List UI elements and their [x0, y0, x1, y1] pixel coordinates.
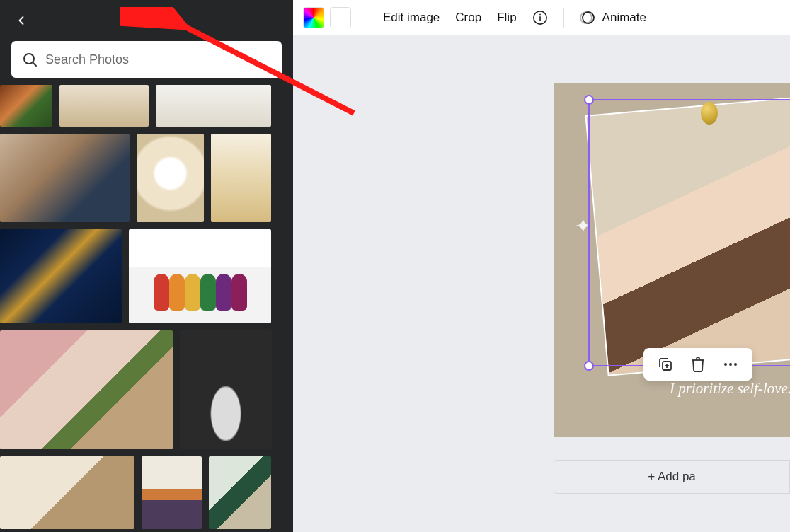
photo-thumb[interactable]	[209, 456, 271, 529]
context-toolbar	[643, 348, 752, 381]
canvas-area[interactable]: ✦ ✦ I prioritize self-love. + Add pa	[293, 35, 790, 532]
image-toolbar: Edit image Crop Flip Animate	[293, 0, 790, 35]
delete-button[interactable]	[689, 355, 707, 374]
search-input[interactable]	[45, 52, 272, 67]
edit-image-button[interactable]: Edit image	[383, 11, 440, 25]
animate-button[interactable]: Animate	[580, 9, 646, 26]
photo-thumb[interactable]	[137, 134, 204, 222]
photo-thumb[interactable]	[0, 134, 130, 222]
svg-point-4	[539, 13, 541, 15]
photos-sidebar: Photos	[0, 0, 293, 532]
duplicate-button[interactable]	[656, 355, 675, 374]
more-icon	[722, 356, 739, 373]
photo-thumb[interactable]	[180, 330, 272, 449]
search-icon	[21, 51, 38, 68]
selection-handle-tl[interactable]	[584, 95, 594, 105]
info-button[interactable]	[532, 10, 548, 25]
color-swatches	[303, 7, 351, 28]
animate-label: Animate	[602, 11, 646, 25]
selection-handle-bl[interactable]	[584, 361, 594, 371]
caption-text[interactable]: I prioritize self-love.	[554, 380, 790, 398]
sidebar-header: Photos	[0, 0, 293, 41]
info-icon	[532, 10, 548, 25]
design-page[interactable]: ✦ ✦ I prioritize self-love.	[554, 83, 790, 437]
panel-title: Photos	[10, 13, 283, 29]
svg-point-11	[729, 363, 732, 366]
flip-button[interactable]: Flip	[497, 11, 516, 25]
selection-box[interactable]	[588, 99, 790, 366]
trash-icon	[689, 356, 706, 373]
svg-line-1	[33, 63, 37, 66]
add-page-button[interactable]: + Add pa	[554, 460, 790, 494]
photo-thumb[interactable]	[129, 229, 271, 323]
animate-icon	[580, 9, 597, 26]
svg-point-10	[724, 363, 727, 366]
duplicate-icon	[657, 356, 674, 373]
photo-thumb[interactable]	[156, 85, 271, 127]
people-illustration	[154, 274, 247, 311]
crop-button[interactable]: Crop	[455, 11, 481, 25]
photo-thumb[interactable]	[0, 330, 173, 449]
photo-thumb[interactable]	[0, 85, 52, 127]
photo-thumb[interactable]	[59, 85, 149, 127]
color-picker-button[interactable]	[303, 7, 324, 28]
photo-thumb[interactable]	[0, 229, 122, 323]
search-container[interactable]	[11, 41, 282, 78]
more-button[interactable]	[721, 355, 740, 374]
photo-thumb[interactable]	[0, 456, 134, 529]
toolbar-divider	[367, 8, 367, 28]
photo-thumb[interactable]	[142, 456, 202, 529]
svg-point-12	[734, 363, 737, 366]
foreground-color-swatch[interactable]	[330, 7, 351, 28]
photo-thumb[interactable]	[211, 134, 271, 222]
photo-grid	[0, 85, 293, 532]
toolbar-divider	[563, 8, 564, 28]
